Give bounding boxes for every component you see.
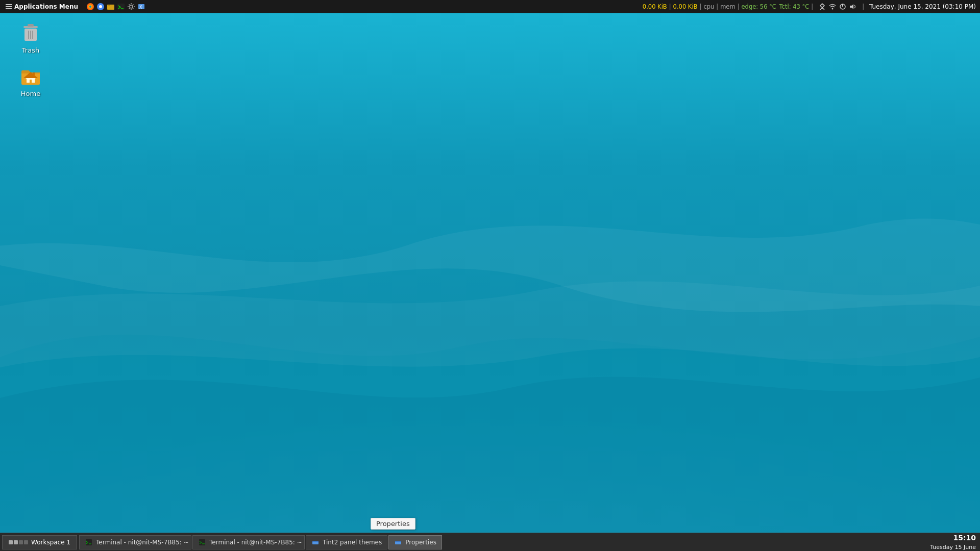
trash-svg (18, 20, 43, 44)
taskbar-right: 0.00 KiB | 0.00 KiB | cpu | mem | edge: … (643, 3, 980, 11)
home-icon-desktop[interactable]: Home (10, 61, 51, 99)
svg-rect-34 (395, 541, 401, 542)
terminal-topbar-icon[interactable] (117, 3, 125, 11)
edge-temp: edge: 56 °C (742, 3, 776, 10)
net-down: 0.00 KiB (673, 3, 698, 10)
svg-rect-32 (312, 541, 318, 542)
trash-icon-image (18, 20, 43, 44)
terminal1-icon (85, 538, 93, 546)
top-taskbar: Applications Menu (0, 0, 980, 13)
svg-rect-2 (6, 8, 12, 9)
bottom-taskbar: Workspace 1 Terminal - nit@nit-MS-7B85: … (0, 533, 980, 551)
ws-dot-2 (14, 540, 18, 544)
xfce-icon[interactable]: X (137, 3, 145, 11)
desktop-background (0, 0, 980, 551)
browser-icon[interactable] (96, 3, 105, 11)
desktop-icons-container: Trash Home (10, 18, 51, 99)
workspace-label: Workspace 1 (31, 539, 70, 546)
properties-icon (394, 538, 402, 546)
svg-text:X: X (139, 5, 142, 10)
bluetooth-icon[interactable] (818, 3, 826, 11)
svg-marker-17 (850, 4, 853, 9)
settings-topbar-icon[interactable] (127, 3, 135, 11)
volume-icon[interactable] (849, 3, 857, 11)
taskbar-left: Applications Menu (0, 2, 145, 11)
mem-label: mem (720, 3, 735, 10)
filemanager-icon[interactable] (107, 3, 115, 11)
workspace-button[interactable]: Workspace 1 (2, 535, 77, 549)
tooltip-text: Properties (376, 520, 410, 528)
svg-rect-1 (6, 6, 12, 7)
svg-rect-26 (33, 72, 35, 76)
svg-rect-29 (199, 539, 205, 545)
trash-icon-desktop[interactable]: Trash (10, 18, 51, 56)
home-icon-image (18, 63, 43, 88)
tint2-label: Tint2 panel themes (323, 539, 382, 546)
home-label: Home (21, 90, 40, 97)
tctl-temp: Tctl: 43 °C (777, 3, 809, 10)
properties-label: Properties (405, 539, 436, 546)
svg-point-11 (130, 5, 133, 8)
taskbar-item-terminal1[interactable]: Terminal - nit@nit-MS-7B85: ~ (79, 535, 191, 549)
svg-point-5 (89, 6, 91, 8)
datetime-display: Tuesday, June 15, 2021 (03:10 PM) (869, 3, 976, 10)
svg-point-7 (99, 5, 102, 8)
ws-dot-3 (19, 540, 23, 544)
network-stats: 0.00 KiB | 0.00 KiB | cpu | mem | edge: … (643, 3, 814, 10)
firefox-icon[interactable] (86, 3, 94, 11)
menu-icon (5, 3, 12, 10)
ws-dot-1 (9, 540, 13, 544)
bottom-clock: 15:10 Tuesday 15 June (930, 533, 980, 551)
quick-launch-icons: X (86, 3, 145, 11)
trash-label: Trash (22, 46, 39, 54)
taskbar-items-container: Terminal - nit@nit-MS-7B85: ~ Terminal -… (77, 533, 930, 551)
power-icon[interactable] (839, 3, 847, 11)
terminal2-label: Terminal - nit@nit-MS-7B85: ~ (209, 539, 302, 546)
svg-rect-0 (6, 4, 12, 5)
taskbar-item-properties[interactable]: Properties (388, 535, 442, 549)
cpu-label: cpu (703, 3, 714, 10)
net-up: 0.00 KiB (643, 3, 667, 10)
workspace-dots (9, 540, 28, 544)
system-tray (818, 3, 857, 11)
applications-menu-button[interactable]: Applications Menu (2, 2, 81, 11)
svg-rect-19 (28, 24, 34, 27)
clock-date: Tuesday 15 June (930, 543, 976, 551)
tint2-icon (311, 538, 320, 546)
taskbar-item-terminal2[interactable]: Terminal - nit@nit-MS-7B85: ~ (192, 535, 305, 549)
clock-time: 15:10 (953, 533, 976, 543)
terminal2-icon (198, 538, 206, 546)
app-menu-label: Applications Menu (14, 3, 78, 10)
home-svg (18, 63, 43, 88)
taskbar-item-tint2[interactable]: Tint2 panel themes (306, 535, 387, 549)
wifi-icon[interactable] (828, 3, 837, 11)
properties-tooltip: Properties (371, 518, 415, 530)
svg-rect-27 (86, 539, 92, 545)
ws-dot-4 (24, 540, 28, 544)
terminal1-label: Terminal - nit@nit-MS-7B85: ~ (96, 539, 189, 546)
svg-point-14 (832, 8, 834, 10)
